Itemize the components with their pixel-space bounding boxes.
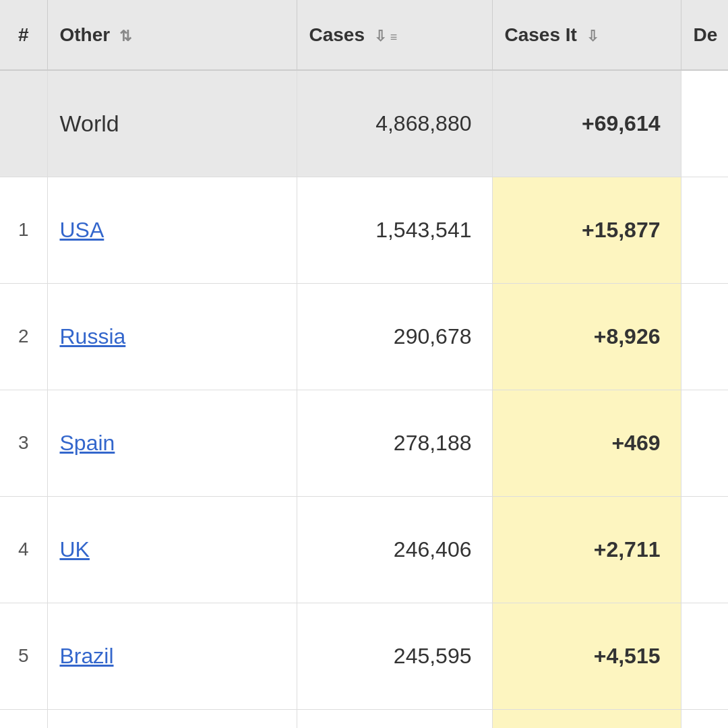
deaths-cell xyxy=(681,390,728,496)
country-cell[interactable]: Spain xyxy=(47,390,297,496)
world-country: World xyxy=(47,70,297,177)
new-cases-cell: +8,926 xyxy=(492,283,681,390)
new-cases-cell: +15,877 xyxy=(492,177,681,283)
table-row: 2 Russia 290,678 +8,926 xyxy=(0,283,728,390)
table-row: 3 Spain 278,188 +469 xyxy=(0,390,728,496)
country-cell[interactable]: Russia xyxy=(47,283,297,390)
country-header[interactable]: Other ⇅ xyxy=(47,0,297,70)
country-link[interactable]: Spain xyxy=(60,431,115,455)
country-sort-icon[interactable]: ⇅ xyxy=(119,28,131,45)
total-cases-cell: 278,188 xyxy=(297,390,492,496)
country-link[interactable]: USA xyxy=(60,218,104,242)
country-link[interactable]: UK xyxy=(60,537,90,562)
new-cases-sort-icon[interactable]: ⇩ xyxy=(586,28,599,45)
deaths-cell xyxy=(681,177,728,283)
deaths-cell xyxy=(681,283,728,390)
rank-cell: 6 xyxy=(0,709,47,728)
world-summary-row: World 4,868,880 +69,614 xyxy=(0,70,728,177)
world-new-cases: +69,614 xyxy=(492,70,681,177)
rank-cell: 4 xyxy=(0,496,47,603)
rank-cell: 3 xyxy=(0,390,47,496)
rank-header: # xyxy=(0,0,47,70)
deaths-header[interactable]: De xyxy=(681,0,728,70)
total-cases-cell: 290,678 xyxy=(297,283,492,390)
total-cases-filter-icon[interactable]: ≡ xyxy=(390,30,398,44)
total-cases-cell: 246,406 xyxy=(297,496,492,603)
table-row: 6 Italy 225,886 +451 xyxy=(0,709,728,728)
rank-cell: 5 xyxy=(0,603,47,709)
country-cell[interactable]: USA xyxy=(47,177,297,283)
total-cases-cell: 1,543,541 xyxy=(297,177,492,283)
deaths-cell xyxy=(681,709,728,728)
new-cases-cell: +469 xyxy=(492,390,681,496)
country-link[interactable]: Russia xyxy=(60,324,126,348)
rank-cell: 2 xyxy=(0,283,47,390)
new-cases-header[interactable]: Cases It ⇩ xyxy=(492,0,681,70)
table-row: 1 USA 1,543,541 +15,877 xyxy=(0,177,728,283)
total-cases-cell: 225,886 xyxy=(297,709,492,728)
table-header-row: # Other ⇅ Cases ⇩≡ Cases It ⇩ De xyxy=(0,0,728,70)
world-total-cases: 4,868,880 xyxy=(297,70,492,177)
table-row: 5 Brazil 245,595 +4,515 xyxy=(0,603,728,709)
deaths-cell xyxy=(681,603,728,709)
new-cases-cell: +2,711 xyxy=(492,496,681,603)
world-deaths xyxy=(681,70,728,177)
country-link[interactable]: Brazil xyxy=(60,644,114,668)
total-cases-cell: 245,595 xyxy=(297,603,492,709)
total-cases-sort-icon[interactable]: ⇩ xyxy=(374,28,386,45)
covid-stats-table: # Other ⇅ Cases ⇩≡ Cases It ⇩ De xyxy=(0,0,728,728)
country-cell[interactable]: Italy xyxy=(47,709,297,728)
country-cell[interactable]: UK xyxy=(47,496,297,603)
world-rank xyxy=(0,70,47,177)
rank-cell: 1 xyxy=(0,177,47,283)
total-cases-header[interactable]: Cases ⇩≡ xyxy=(297,0,492,70)
deaths-cell xyxy=(681,496,728,603)
country-cell[interactable]: Brazil xyxy=(47,603,297,709)
table-row: 4 UK 246,406 +2,711 xyxy=(0,496,728,603)
new-cases-cell: +451 xyxy=(492,709,681,728)
new-cases-cell: +4,515 xyxy=(492,603,681,709)
